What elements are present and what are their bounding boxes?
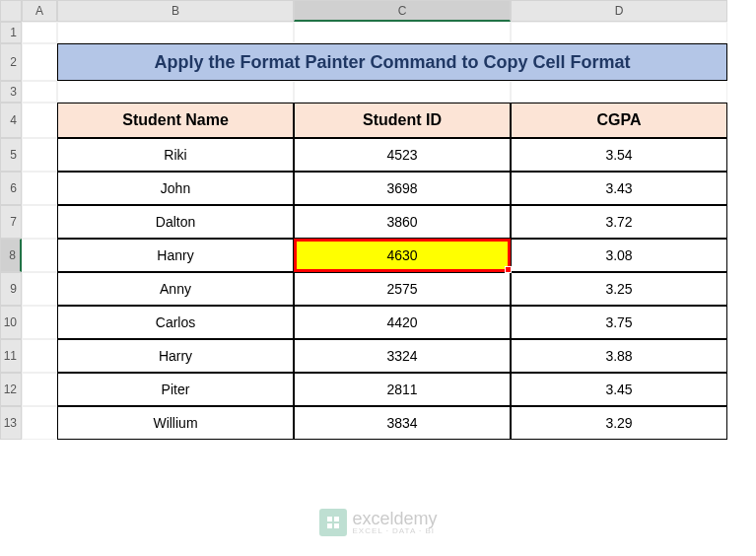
cell-d3[interactable] bbox=[511, 81, 727, 103]
student-cgpa-8[interactable]: 3.29 bbox=[511, 406, 727, 440]
watermark-icon bbox=[318, 509, 346, 536]
col-header-d[interactable]: D bbox=[511, 0, 727, 22]
student-name-1[interactable]: John bbox=[57, 172, 294, 205]
student-name-2[interactable]: Dalton bbox=[57, 205, 294, 239]
col-header-a[interactable]: A bbox=[22, 0, 57, 22]
row-header-3[interactable]: 3 bbox=[0, 81, 22, 103]
title-cell[interactable]: Apply the Format Painter Command to Copy… bbox=[57, 43, 727, 81]
highlighted-value: 4630 bbox=[386, 247, 417, 263]
student-name-8[interactable]: Willium bbox=[57, 406, 294, 440]
student-id-4[interactable]: 2575 bbox=[294, 272, 511, 306]
row-header-11[interactable]: 11 bbox=[0, 339, 22, 373]
student-name-6[interactable]: Harry bbox=[57, 339, 294, 373]
cell-a13[interactable] bbox=[22, 406, 57, 440]
select-all-corner[interactable] bbox=[0, 0, 22, 22]
cell-a4[interactable] bbox=[22, 103, 57, 138]
student-cgpa-7[interactable]: 3.45 bbox=[511, 373, 727, 406]
row-header-9[interactable]: 9 bbox=[0, 272, 22, 306]
watermark: exceldemy EXCEL · DATA · BI bbox=[318, 509, 437, 536]
student-id-3[interactable]: 4630 bbox=[294, 239, 511, 272]
row-header-5[interactable]: 5 bbox=[0, 138, 22, 172]
watermark-text: exceldemy EXCEL · DATA · BI bbox=[352, 510, 437, 535]
row-header-2[interactable]: 2 bbox=[0, 43, 22, 81]
student-cgpa-6[interactable]: 3.88 bbox=[511, 339, 727, 373]
student-name-7[interactable]: Piter bbox=[57, 373, 294, 406]
student-id-0[interactable]: 4523 bbox=[294, 138, 511, 172]
cell-a2[interactable] bbox=[22, 43, 57, 81]
student-id-1[interactable]: 3698 bbox=[294, 172, 511, 205]
student-cgpa-4[interactable]: 3.25 bbox=[511, 272, 727, 306]
col-header-b[interactable]: B bbox=[57, 0, 294, 22]
row-header-13[interactable]: 13 bbox=[0, 406, 22, 440]
cell-b3[interactable] bbox=[57, 81, 294, 103]
header-id[interactable]: Student ID bbox=[294, 103, 511, 138]
student-name-0[interactable]: Riki bbox=[57, 138, 294, 172]
row-header-7[interactable]: 7 bbox=[0, 205, 22, 239]
selection-handle[interactable] bbox=[505, 266, 512, 273]
svg-rect-3 bbox=[333, 523, 338, 528]
row-header-12[interactable]: 12 bbox=[0, 373, 22, 406]
cell-a10[interactable] bbox=[22, 306, 57, 339]
student-cgpa-0[interactable]: 3.54 bbox=[511, 138, 727, 172]
cell-a3[interactable] bbox=[22, 81, 57, 103]
svg-rect-0 bbox=[326, 517, 331, 521]
student-cgpa-3[interactable]: 3.08 bbox=[511, 239, 727, 272]
row-header-1[interactable]: 1 bbox=[0, 22, 22, 43]
student-id-2[interactable]: 3860 bbox=[294, 205, 511, 239]
student-id-8[interactable]: 3834 bbox=[294, 406, 511, 440]
cell-c3[interactable] bbox=[294, 81, 511, 103]
svg-rect-2 bbox=[326, 523, 331, 528]
col-header-c[interactable]: C bbox=[294, 0, 511, 22]
spreadsheet-grid: A B C D 1 2 Apply the Format Painter Com… bbox=[0, 0, 756, 440]
student-name-3[interactable]: Hanry bbox=[57, 239, 294, 272]
watermark-sub: EXCEL · DATA · BI bbox=[352, 527, 437, 535]
cell-a12[interactable] bbox=[22, 373, 57, 406]
header-name[interactable]: Student Name bbox=[57, 103, 294, 138]
cell-c1[interactable] bbox=[294, 22, 511, 43]
row-header-4[interactable]: 4 bbox=[0, 103, 22, 138]
student-id-6[interactable]: 3324 bbox=[294, 339, 511, 373]
cell-a5[interactable] bbox=[22, 138, 57, 172]
cell-a1[interactable] bbox=[22, 22, 57, 43]
header-cgpa[interactable]: CGPA bbox=[511, 103, 727, 138]
cell-d1[interactable] bbox=[511, 22, 727, 43]
student-cgpa-2[interactable]: 3.72 bbox=[511, 205, 727, 239]
cell-a7[interactable] bbox=[22, 205, 57, 239]
cell-a8[interactable] bbox=[22, 239, 57, 272]
svg-rect-1 bbox=[333, 517, 338, 521]
row-header-10[interactable]: 10 bbox=[0, 306, 22, 339]
student-id-5[interactable]: 4420 bbox=[294, 306, 511, 339]
cell-a6[interactable] bbox=[22, 172, 57, 205]
student-cgpa-1[interactable]: 3.43 bbox=[511, 172, 727, 205]
cell-b1[interactable] bbox=[57, 22, 294, 43]
student-id-7[interactable]: 2811 bbox=[294, 373, 511, 406]
student-name-4[interactable]: Anny bbox=[57, 272, 294, 306]
cell-a11[interactable] bbox=[22, 339, 57, 373]
cell-a9[interactable] bbox=[22, 272, 57, 306]
row-header-6[interactable]: 6 bbox=[0, 172, 22, 205]
row-header-8[interactable]: 8 bbox=[0, 239, 22, 272]
student-name-5[interactable]: Carlos bbox=[57, 306, 294, 339]
student-cgpa-5[interactable]: 3.75 bbox=[511, 306, 727, 339]
watermark-main: exceldemy bbox=[352, 510, 437, 527]
